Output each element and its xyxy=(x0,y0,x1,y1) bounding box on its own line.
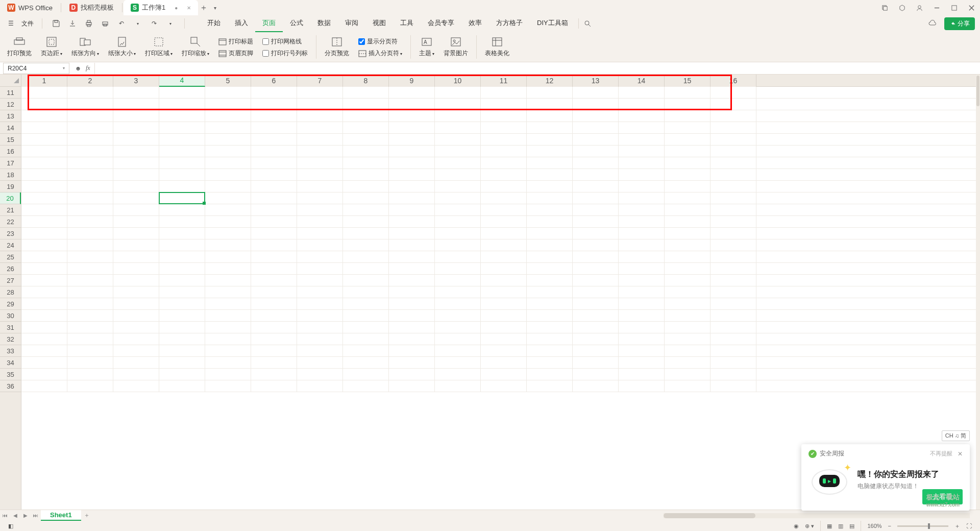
background-button[interactable]: 背景图片 xyxy=(444,36,468,58)
cell[interactable] xyxy=(573,99,619,110)
column-header[interactable]: 14 xyxy=(619,75,665,87)
column-header[interactable]: 13 xyxy=(573,75,619,87)
cell[interactable] xyxy=(527,239,573,251)
cell[interactable] xyxy=(113,99,159,110)
cell[interactable] xyxy=(665,310,710,322)
print-rowcol-checkbox[interactable]: 打印行号列标 xyxy=(262,49,308,58)
cell[interactable] xyxy=(21,146,67,157)
cell[interactable] xyxy=(251,216,297,228)
row-header[interactable]: 32 xyxy=(0,333,21,345)
cell[interactable] xyxy=(297,122,343,134)
cell[interactable] xyxy=(710,157,756,169)
tab-fangfang[interactable]: 方方格子 xyxy=(489,15,530,32)
cell[interactable] xyxy=(67,204,113,216)
column-header[interactable]: 15 xyxy=(665,75,710,87)
cell[interactable] xyxy=(251,251,297,263)
orientation-button[interactable]: 纸张方向 xyxy=(71,36,99,58)
sheet-next-icon[interactable]: ▶ xyxy=(20,511,31,521)
cell[interactable] xyxy=(159,99,205,110)
cell[interactable] xyxy=(67,134,113,146)
sheet-first-icon[interactable]: ⏮ xyxy=(0,511,10,521)
cell[interactable] xyxy=(481,87,527,99)
cell[interactable] xyxy=(665,345,710,357)
cell[interactable] xyxy=(527,204,573,216)
cell[interactable] xyxy=(527,87,573,99)
cell[interactable] xyxy=(297,333,343,345)
cell[interactable] xyxy=(435,263,481,275)
cell[interactable] xyxy=(205,157,251,169)
page-break-preview-button[interactable]: 分页预览 xyxy=(325,36,349,58)
cell[interactable] xyxy=(573,228,619,239)
cell[interactable] xyxy=(159,322,205,333)
cell[interactable] xyxy=(113,333,159,345)
cell[interactable] xyxy=(159,380,205,392)
print-area-button[interactable]: 打印区域 xyxy=(145,36,173,58)
cell[interactable] xyxy=(251,110,297,122)
tab-data[interactable]: 数据 xyxy=(310,15,338,32)
cell[interactable] xyxy=(159,192,205,204)
cell[interactable] xyxy=(343,181,389,192)
cell[interactable] xyxy=(527,99,573,110)
cell[interactable] xyxy=(205,192,251,204)
cell[interactable] xyxy=(481,251,527,263)
row-header[interactable]: 22 xyxy=(0,216,21,228)
cell[interactable] xyxy=(665,169,710,181)
cell[interactable] xyxy=(573,87,619,99)
cell[interactable] xyxy=(389,251,435,263)
cell[interactable] xyxy=(343,134,389,146)
cell[interactable] xyxy=(113,298,159,310)
cell[interactable] xyxy=(205,310,251,322)
cell[interactable] xyxy=(159,251,205,263)
cell[interactable] xyxy=(343,169,389,181)
cell[interactable] xyxy=(527,134,573,146)
cell[interactable] xyxy=(481,192,527,204)
cell[interactable] xyxy=(481,357,527,369)
cell[interactable] xyxy=(389,369,435,380)
cell[interactable] xyxy=(710,228,756,239)
cell[interactable] xyxy=(435,99,481,110)
show-break-checkbox[interactable]: 显示分页符 xyxy=(358,37,402,46)
cell[interactable] xyxy=(710,146,756,157)
cell[interactable] xyxy=(343,122,389,134)
cell[interactable] xyxy=(527,192,573,204)
cell[interactable] xyxy=(619,345,665,357)
select-all-corner[interactable] xyxy=(0,75,21,87)
cell[interactable] xyxy=(343,333,389,345)
tab-tools[interactable]: 工具 xyxy=(393,15,421,32)
cell[interactable] xyxy=(251,345,297,357)
cell[interactable] xyxy=(665,380,710,392)
cell[interactable] xyxy=(251,122,297,134)
column-header[interactable]: 10 xyxy=(435,75,481,87)
cell[interactable] xyxy=(710,216,756,228)
cell[interactable] xyxy=(481,380,527,392)
cell[interactable] xyxy=(389,157,435,169)
cell[interactable] xyxy=(343,322,389,333)
cell[interactable] xyxy=(619,369,665,380)
cell[interactable] xyxy=(113,181,159,192)
cell[interactable] xyxy=(573,275,619,286)
cell[interactable] xyxy=(343,228,389,239)
cell[interactable] xyxy=(205,216,251,228)
cell[interactable] xyxy=(573,263,619,275)
cell[interactable] xyxy=(619,251,665,263)
cell[interactable] xyxy=(159,333,205,345)
cell[interactable] xyxy=(67,251,113,263)
cell[interactable] xyxy=(389,134,435,146)
cell[interactable] xyxy=(21,322,67,333)
cell[interactable] xyxy=(297,298,343,310)
cell[interactable] xyxy=(21,228,67,239)
cell[interactable] xyxy=(67,169,113,181)
cell[interactable] xyxy=(343,87,389,99)
cell[interactable] xyxy=(389,146,435,157)
cell[interactable] xyxy=(435,122,481,134)
cell[interactable] xyxy=(159,357,205,369)
cell[interactable] xyxy=(481,369,527,380)
cell[interactable] xyxy=(573,357,619,369)
cell[interactable] xyxy=(113,380,159,392)
cell[interactable] xyxy=(389,228,435,239)
cell[interactable] xyxy=(205,251,251,263)
cell[interactable] xyxy=(527,322,573,333)
cell[interactable] xyxy=(21,110,67,122)
header-footer-button[interactable]: 页眉页脚 xyxy=(218,49,253,58)
cell[interactable] xyxy=(481,216,527,228)
